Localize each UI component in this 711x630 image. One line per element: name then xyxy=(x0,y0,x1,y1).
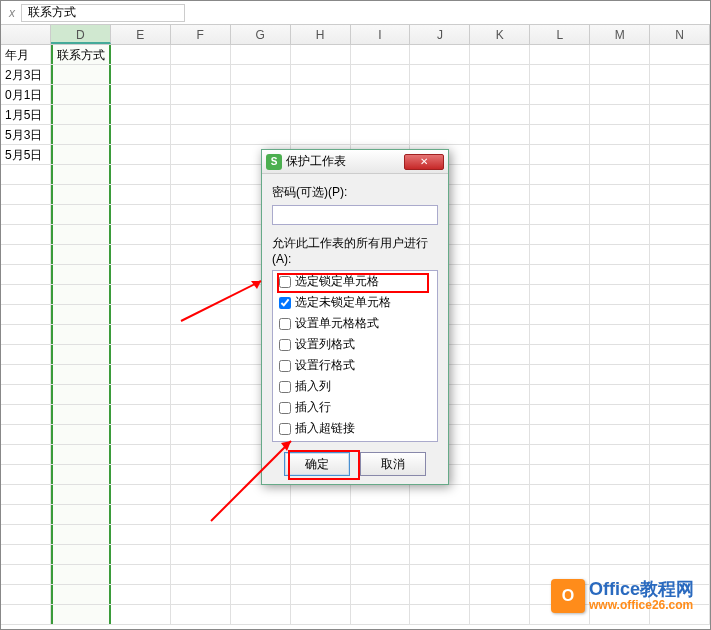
cell[interactable] xyxy=(51,565,111,584)
cell[interactable] xyxy=(171,185,231,204)
cell[interactable] xyxy=(111,45,171,64)
cell[interactable] xyxy=(231,565,291,584)
cell[interactable] xyxy=(111,245,171,264)
cell[interactable] xyxy=(650,145,710,164)
cell[interactable] xyxy=(51,305,111,324)
cell[interactable] xyxy=(530,225,590,244)
cell[interactable] xyxy=(171,605,231,624)
cell[interactable] xyxy=(590,425,650,444)
cell[interactable] xyxy=(590,245,650,264)
cell[interactable] xyxy=(530,65,590,84)
cell-D1[interactable]: 联系方式 xyxy=(51,45,111,64)
checkbox[interactable] xyxy=(279,423,291,435)
cell[interactable] xyxy=(351,65,411,84)
cell[interactable] xyxy=(51,285,111,304)
cell[interactable] xyxy=(171,345,231,364)
cell[interactable] xyxy=(51,405,111,424)
cell[interactable] xyxy=(51,165,111,184)
cell[interactable] xyxy=(410,485,470,504)
cell[interactable] xyxy=(650,225,710,244)
cell[interactable] xyxy=(291,485,351,504)
cell[interactable] xyxy=(51,125,111,144)
cell[interactable] xyxy=(650,185,710,204)
cell[interactable] xyxy=(111,525,171,544)
cell[interactable] xyxy=(51,65,111,84)
cell[interactable] xyxy=(51,205,111,224)
checkbox[interactable] xyxy=(279,339,291,351)
cell[interactable] xyxy=(650,245,710,264)
cell[interactable] xyxy=(291,85,351,104)
cell[interactable] xyxy=(590,385,650,404)
cell[interactable] xyxy=(111,605,171,624)
col-header-K[interactable]: K xyxy=(470,25,530,44)
cell[interactable] xyxy=(171,105,231,124)
cell[interactable] xyxy=(650,345,710,364)
cell[interactable] xyxy=(650,445,710,464)
cell[interactable] xyxy=(650,385,710,404)
cell[interactable] xyxy=(650,205,710,224)
col-header-D[interactable]: D xyxy=(51,25,111,44)
cell[interactable] xyxy=(530,185,590,204)
cell[interactable] xyxy=(530,85,590,104)
cell[interactable] xyxy=(470,545,530,564)
cell[interactable] xyxy=(530,345,590,364)
cell[interactable] xyxy=(231,125,291,144)
cell[interactable] xyxy=(650,45,710,64)
cell[interactable] xyxy=(590,125,650,144)
cell[interactable] xyxy=(51,465,111,484)
cell[interactable] xyxy=(590,325,650,344)
cell[interactable] xyxy=(650,365,710,384)
cell[interactable] xyxy=(470,445,530,464)
cell[interactable] xyxy=(470,85,530,104)
col-header-M[interactable]: M xyxy=(590,25,650,44)
cell[interactable] xyxy=(530,425,590,444)
cell[interactable] xyxy=(530,145,590,164)
cell[interactable] xyxy=(111,205,171,224)
cell[interactable] xyxy=(111,385,171,404)
cell[interactable] xyxy=(171,525,231,544)
cell[interactable] xyxy=(590,405,650,424)
cell[interactable] xyxy=(410,125,470,144)
checkbox[interactable] xyxy=(279,318,291,330)
cell[interactable] xyxy=(111,65,171,84)
cell[interactable] xyxy=(590,445,650,464)
cell[interactable] xyxy=(231,585,291,604)
cell[interactable] xyxy=(530,485,590,504)
cell[interactable] xyxy=(590,365,650,384)
cell[interactable] xyxy=(111,405,171,424)
cell[interactable] xyxy=(51,545,111,564)
cell[interactable] xyxy=(530,245,590,264)
cell[interactable] xyxy=(650,65,710,84)
cell[interactable] xyxy=(51,445,111,464)
cell[interactable] xyxy=(111,285,171,304)
cell[interactable] xyxy=(231,85,291,104)
cell[interactable] xyxy=(470,225,530,244)
cell[interactable] xyxy=(111,125,171,144)
cell[interactable] xyxy=(111,305,171,324)
cell[interactable] xyxy=(171,205,231,224)
cell[interactable] xyxy=(291,565,351,584)
cell[interactable] xyxy=(111,585,171,604)
cell[interactable] xyxy=(530,45,590,64)
cell[interactable] xyxy=(291,525,351,544)
cell[interactable] xyxy=(111,365,171,384)
checkbox[interactable] xyxy=(279,297,291,309)
col-header-J[interactable]: J xyxy=(410,25,470,44)
cell[interactable] xyxy=(470,485,530,504)
dialog-titlebar[interactable]: S 保护工作表 ✕ xyxy=(262,150,448,174)
col-header-E[interactable]: E xyxy=(111,25,171,44)
cell[interactable] xyxy=(470,505,530,524)
cell[interactable] xyxy=(590,85,650,104)
cell[interactable] xyxy=(351,545,411,564)
cell[interactable] xyxy=(351,605,411,624)
cell[interactable] xyxy=(470,45,530,64)
col-header-L[interactable]: L xyxy=(530,25,590,44)
cell[interactable] xyxy=(171,165,231,184)
cell[interactable] xyxy=(470,345,530,364)
cell[interactable] xyxy=(650,125,710,144)
cell[interactable] xyxy=(231,505,291,524)
cell[interactable] xyxy=(530,505,590,524)
cell[interactable] xyxy=(111,185,171,204)
cell[interactable] xyxy=(51,505,111,524)
cell[interactable] xyxy=(171,85,231,104)
